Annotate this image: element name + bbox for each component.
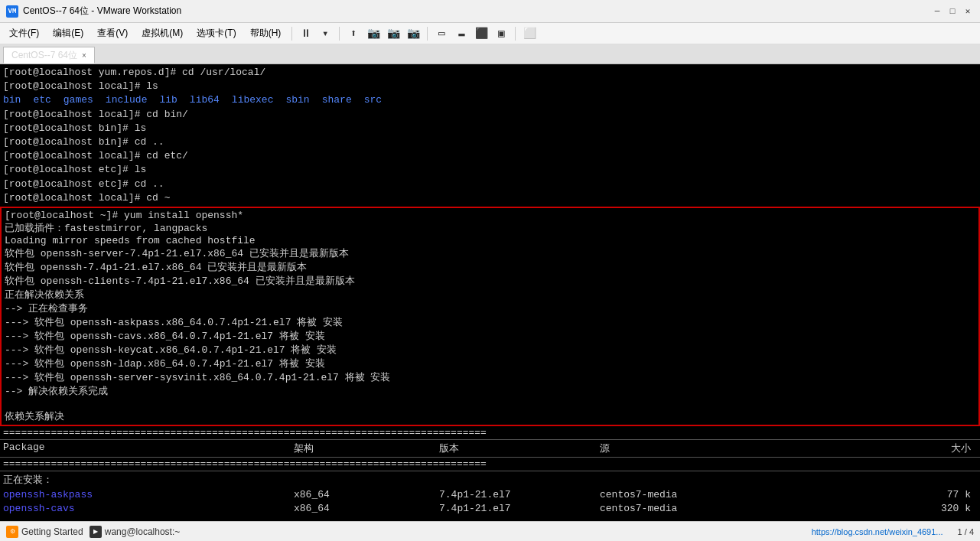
menu-vm[interactable]: 虚拟机(M) bbox=[135, 25, 189, 41]
toolbar-separator-2 bbox=[339, 27, 340, 41]
row1-size: 77 k bbox=[814, 488, 977, 502]
vm-status-icon: ⚙ bbox=[6, 526, 18, 538]
vmware-icon: VM bbox=[6, 5, 18, 18]
toolbar-btn-view2[interactable]: ▬ bbox=[452, 25, 470, 42]
dep-line-1: 已加载插件：fastestmirror, langpacks bbox=[5, 221, 975, 235]
table-row-1: openssh-askpass x86_64 7.4p1-21.el7 cent… bbox=[3, 488, 977, 502]
tab-label: CentOS--7 64位 bbox=[11, 49, 77, 62]
statusbar-url: https://blog.csdn.net/weixin_4691... bbox=[812, 527, 943, 536]
terminal-container[interactable]: [root@localhost yum.repos.d]# cd /usr/lo… bbox=[0, 64, 980, 521]
tabbar: CentOS--7 64位 × bbox=[0, 44, 980, 64]
table-header-row: Package 架构 版本 源 大小 bbox=[0, 440, 980, 458]
history-line-9: [root@localhost local]# cd ~ bbox=[3, 191, 977, 205]
row2-package: openssh-cavs bbox=[3, 502, 294, 516]
terminal-active-section: [root@localhost ~]# yum install openssh*… bbox=[0, 207, 980, 426]
toolbar-btn-dropdown[interactable]: ▾ bbox=[316, 25, 334, 42]
tab-centos[interactable]: CentOS--7 64位 × bbox=[3, 47, 95, 64]
toolbar-btn-screenshot3[interactable]: 📷 bbox=[404, 25, 422, 42]
statusbar: ⚙ Getting Started ▶ wang@localhost:~ htt… bbox=[0, 521, 980, 541]
row2-arch: x86_64 bbox=[294, 502, 439, 516]
col-header-package: Package bbox=[3, 442, 294, 455]
toolbar-btn-view3[interactable]: ⬛ bbox=[472, 25, 490, 42]
tab-close-button[interactable]: × bbox=[82, 51, 86, 60]
terminal-table: ========================================… bbox=[0, 426, 980, 521]
ls-item-sbin: sbin bbox=[285, 93, 309, 107]
terminal-status-label: wang@localhost:~ bbox=[105, 526, 181, 537]
history-line-2: [root@localhost local]# ls bbox=[3, 80, 977, 93]
row1-version: 7.4p1-21.el7 bbox=[439, 488, 600, 502]
row2-version: 7.4p1-21.el7 bbox=[439, 502, 600, 516]
toolbar-btn-view1[interactable]: ▭ bbox=[432, 25, 451, 42]
menu-file[interactable]: 文件(F) bbox=[3, 25, 45, 41]
minimize-button[interactable]: ─ bbox=[931, 5, 943, 18]
toolbar-btn-pause[interactable]: ⏸ bbox=[297, 25, 315, 42]
toolbar-separator-3 bbox=[427, 27, 428, 41]
titlebar-left: VM CentOS--7 64位 - VMware Workstation bbox=[6, 5, 181, 18]
history-line-1: [root@localhost yum.repos.d]# cd /usr/lo… bbox=[3, 66, 977, 80]
history-line-5: [root@localhost bin]# cd .. bbox=[3, 135, 977, 149]
ls-item-include: include bbox=[106, 93, 148, 107]
toolbar-btn-fullscreen[interactable]: ⬜ bbox=[520, 25, 539, 42]
terminal-status-icon: ▶ bbox=[90, 526, 102, 538]
history-line-3: [root@localhost local]# cd bin/ bbox=[3, 108, 977, 122]
titlebar: VM CentOS--7 64位 - VMware Workstation ─ … bbox=[0, 0, 980, 23]
menubar: 文件(F) 编辑(E) 查看(V) 虚拟机(M) 选项卡(T) 帮助(H) ⏸ … bbox=[0, 23, 980, 44]
terminal-status-item[interactable]: ▶ wang@localhost:~ bbox=[90, 526, 181, 538]
vm-status-item[interactable]: ⚙ Getting Started bbox=[6, 526, 83, 538]
dep-line-3: 软件包 openssh-server-7.4p1-21.el7.x86_64 已… bbox=[5, 246, 975, 260]
dep-line-6: 正在解决依赖关系 bbox=[5, 288, 975, 301]
install-label: 正在安装： bbox=[3, 474, 53, 486]
ls-item-games: games bbox=[63, 93, 93, 107]
dep-line-12: ---> 软件包 openssh-server-sysvinit.x86_64.… bbox=[5, 370, 975, 384]
toolbar-btn-view4[interactable]: ▣ bbox=[492, 25, 510, 42]
dep-line-13: --> 解决依赖关系完成 bbox=[5, 384, 975, 398]
row2-size: 320 k bbox=[814, 502, 977, 516]
menu-edit[interactable]: 编辑(E) bbox=[47, 25, 90, 41]
row1-arch: x86_64 bbox=[294, 488, 439, 502]
ls-item-lib: lib bbox=[159, 93, 177, 107]
dep-line-2: Loading mirror speeds from cached hostfi… bbox=[5, 235, 975, 246]
col-header-arch: 架构 bbox=[294, 442, 439, 455]
toolbar-btn-screenshot2[interactable]: 📷 bbox=[384, 25, 402, 42]
dep-line-7: --> 正在检查事务 bbox=[5, 301, 975, 315]
dep-line-4: 软件包 openssh-7.4p1-21.el7.x86_64 已安装并且是最新… bbox=[5, 260, 975, 274]
ls-item-etc: etc bbox=[33, 93, 50, 107]
titlebar-controls[interactable]: ─ □ ✕ bbox=[931, 5, 974, 18]
history-line-7: [root@localhost etc]# ls bbox=[3, 163, 977, 177]
row2-source: centos7-media bbox=[600, 502, 814, 516]
install-header: 正在安装： bbox=[0, 471, 980, 488]
table-row-2: openssh-cavs x86_64 7.4p1-21.el7 centos7… bbox=[3, 502, 977, 516]
ls-item-bin: bin bbox=[3, 93, 21, 107]
history-line-4: [root@localhost bin]# ls bbox=[3, 122, 977, 135]
toolbar-separator-1 bbox=[291, 27, 292, 41]
toolbar-group-1: ⏸ ▾ bbox=[297, 25, 334, 42]
dep-line-10: ---> 软件包 openssh-keycat.x86_64.0.7.4p1-2… bbox=[5, 343, 975, 357]
terminal-history: [root@localhost yum.repos.d]# cd /usr/lo… bbox=[0, 64, 980, 207]
vm-status-label: Getting Started bbox=[21, 526, 83, 537]
menu-help[interactable]: 帮助(H) bbox=[244, 25, 288, 41]
table-rows: openssh-askpass x86_64 7.4p1-21.el7 cent… bbox=[0, 488, 980, 516]
toolbar-btn-send[interactable]: ⬆ bbox=[344, 25, 363, 42]
close-button[interactable]: ✕ bbox=[962, 5, 974, 18]
dep-line-11: ---> 软件包 openssh-ldap.x86_64.0.7.4p1-21.… bbox=[5, 357, 975, 370]
table-separator-top: ========================================… bbox=[0, 426, 980, 440]
restore-button[interactable]: □ bbox=[946, 5, 959, 18]
menu-tab[interactable]: 选项卡(T) bbox=[190, 25, 242, 41]
dep-line-9: ---> 软件包 openssh-cavs.x86_64.0.7.4p1-21.… bbox=[5, 329, 975, 343]
ls-item-lib64: lib64 bbox=[190, 93, 220, 107]
statusbar-left: ⚙ Getting Started ▶ wang@localhost:~ bbox=[6, 526, 180, 538]
statusbar-right: https://blog.csdn.net/weixin_4691... 1 /… bbox=[812, 527, 974, 536]
ls-item-src: src bbox=[364, 93, 382, 107]
row1-package: openssh-askpass bbox=[3, 488, 294, 502]
statusbar-page: 1 / 4 bbox=[958, 527, 974, 536]
active-command-line: [root@localhost ~]# yum install openssh* bbox=[5, 210, 975, 221]
col-header-source: 源 bbox=[600, 442, 814, 455]
dep-line-5: 软件包 openssh-clients-7.4p1-21.el7.x86_64 … bbox=[5, 274, 975, 288]
col-header-size: 大小 bbox=[814, 442, 977, 455]
ls-item-share: share bbox=[322, 93, 352, 107]
history-line-6: [root@localhost local]# cd etc/ bbox=[3, 149, 977, 163]
window-title: CentOS--7 64位 - VMware Workstation bbox=[23, 5, 181, 18]
menu-view[interactable]: 查看(V) bbox=[91, 25, 134, 41]
toolbar-btn-screenshot1[interactable]: 📷 bbox=[364, 25, 383, 42]
dep-line-14 bbox=[5, 398, 975, 409]
